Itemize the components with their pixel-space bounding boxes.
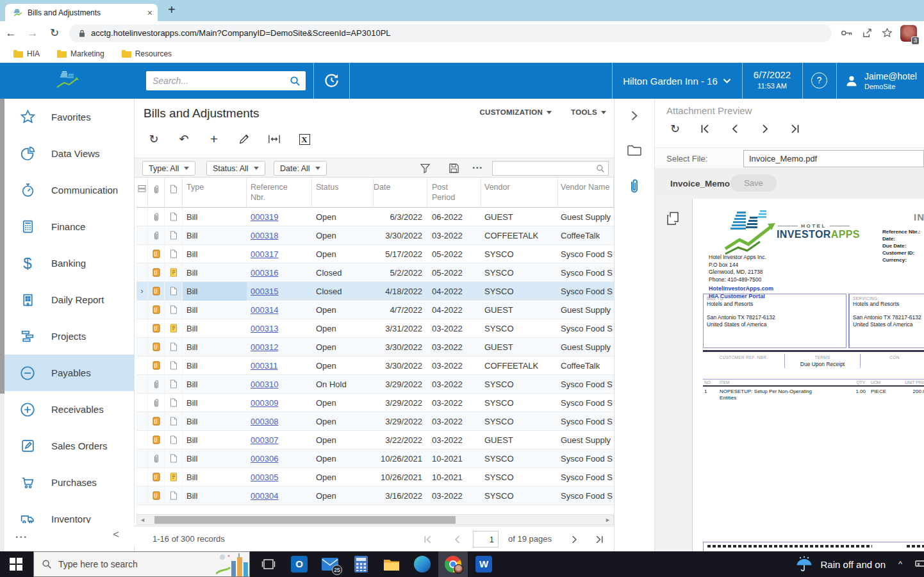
- tools-menu[interactable]: TOOLS: [571, 108, 606, 116]
- column-header-status[interactable]: Status: [312, 178, 374, 208]
- table-row[interactable]: Bill000305Open10/26/202110-2021SYSCOSysc…: [136, 468, 614, 487]
- sidebar-item-data-views[interactable]: Data Views: [0, 135, 134, 172]
- refresh-icon[interactable]: ↻: [147, 133, 160, 145]
- table-row[interactable]: Bill000319Open6/3/202206-2022GUESTGuest …: [136, 208, 614, 226]
- table-row[interactable]: Bill000314Open4/7/202204-2022GUESTGuest …: [136, 301, 614, 319]
- reference-link[interactable]: 000310: [251, 380, 278, 389]
- browser-tab[interactable]: Bills and Adjustments ×: [5, 4, 158, 21]
- reload-icon[interactable]: ↻: [44, 26, 65, 40]
- new-tab-button[interactable]: +: [168, 3, 176, 17]
- paperclip-icon[interactable]: [629, 178, 640, 194]
- funnel-icon[interactable]: [420, 163, 431, 174]
- outlook-icon[interactable]: O: [285, 551, 314, 577]
- prev-page-icon[interactable]: [452, 535, 462, 544]
- business-date-icon[interactable]: [323, 72, 340, 89]
- company-selector[interactable]: Hilton Garden Inn - 16: [612, 63, 742, 99]
- address-bar[interactable]: acctg.hotelinvestorapps.com/Main?Company…: [69, 24, 832, 42]
- search-icon[interactable]: [290, 76, 301, 87]
- sidebar-item-purchases[interactable]: Purchases: [0, 464, 134, 501]
- folder-icon[interactable]: [627, 144, 642, 156]
- reference-link[interactable]: 000318: [251, 231, 278, 240]
- share-icon[interactable]: [862, 28, 873, 38]
- grid-search-box[interactable]: [492, 161, 609, 176]
- lock-icon[interactable]: [78, 29, 86, 38]
- reference-link[interactable]: 000313: [251, 324, 278, 333]
- table-row[interactable]: Bill000311Open3/30/202203-2022COFFEETALK…: [136, 356, 614, 375]
- date-filter[interactable]: Date: All: [274, 161, 327, 176]
- table-row[interactable]: Bill000318Open3/30/202203-2022COFFEETALK…: [136, 226, 614, 245]
- table-row[interactable]: Bill000310On Hold3/29/202203-2022SYSCOSy…: [136, 375, 614, 394]
- reference-link[interactable]: 000311: [251, 361, 277, 371]
- scroll-right-icon[interactable]: ►: [605, 517, 611, 523]
- export-excel-icon[interactable]: X: [298, 134, 311, 145]
- table-row[interactable]: Bill000317Open5/17/202205-2022SYSCOSysco…: [136, 245, 614, 263]
- reference-link[interactable]: 000314: [251, 305, 278, 315]
- scrollbar-thumb[interactable]: [154, 516, 456, 524]
- star-icon[interactable]: [882, 28, 893, 38]
- copy-pages-icon[interactable]: [666, 212, 679, 226]
- system-tray[interactable]: [915, 559, 924, 568]
- column-header-rows-icon[interactable]: [136, 178, 148, 208]
- reference-link[interactable]: 000304: [251, 491, 278, 501]
- tab-close-icon[interactable]: ×: [147, 8, 153, 18]
- prev-icon[interactable]: [730, 124, 740, 134]
- type-filter[interactable]: Type: All: [142, 161, 195, 176]
- last-page-icon[interactable]: [595, 535, 604, 544]
- first-page-icon[interactable]: [423, 535, 433, 544]
- sidebar-item-favorites[interactable]: Favorites: [0, 99, 134, 135]
- word-icon[interactable]: W: [469, 551, 499, 577]
- chevron-right-icon[interactable]: [631, 110, 638, 121]
- grid-search-input[interactable]: [497, 164, 596, 173]
- next-icon[interactable]: [760, 124, 770, 134]
- table-row[interactable]: Bill000307Open3/22/202203-2022GUESTGuest…: [136, 431, 614, 449]
- reference-link[interactable]: 000305: [251, 472, 278, 482]
- column-header-post-period[interactable]: PostPeriod: [427, 178, 481, 208]
- bookmark-marketing[interactable]: Marketing: [56, 49, 104, 58]
- last-icon[interactable]: [790, 124, 800, 134]
- reference-link[interactable]: 000306: [251, 454, 278, 464]
- reference-link[interactable]: 000317: [251, 249, 278, 259]
- task-view-icon[interactable]: [254, 551, 283, 577]
- sidebar-item-finance[interactable]: Finance: [0, 208, 134, 245]
- customization-menu[interactable]: CUSTOMIZATION: [479, 108, 552, 116]
- table-row[interactable]: Bill000313Open3/31/202203-2022SYSCOSysco…: [136, 319, 614, 338]
- sidebar-item-receivables[interactable]: Receivables: [0, 391, 134, 428]
- sidebar-item-communication[interactable]: Communication: [0, 172, 134, 208]
- add-icon[interactable]: +: [208, 133, 220, 145]
- column-header-vendor[interactable]: Vendor: [481, 178, 558, 208]
- first-icon[interactable]: [700, 124, 710, 134]
- sidebar-more-button[interactable]: ...: [15, 529, 28, 540]
- next-page-icon[interactable]: [570, 535, 579, 544]
- reference-link[interactable]: 000319: [251, 212, 278, 222]
- table-row[interactable]: Bill000308Open3/29/202203-2022SYSCOSysco…: [136, 412, 614, 431]
- reference-link[interactable]: 000315: [251, 287, 278, 296]
- sidebar-item-daily-report[interactable]: Daily Report: [0, 281, 134, 318]
- sidebar-item-payables[interactable]: Payables: [0, 355, 134, 391]
- ellipsis-icon[interactable]: ...: [472, 160, 483, 171]
- page-number-input[interactable]: [473, 531, 499, 548]
- chrome-icon[interactable]: [438, 551, 468, 577]
- back-icon[interactable]: ←: [0, 27, 22, 40]
- column-header-date[interactable]: Date: [374, 178, 427, 208]
- save-view-icon[interactable]: [449, 163, 459, 174]
- sidebar-collapse-button[interactable]: <: [113, 528, 119, 541]
- column-header-vendor-name[interactable]: Vendor Name: [558, 178, 614, 208]
- reference-link[interactable]: 000312: [251, 342, 278, 352]
- file-explorer-icon[interactable]: [377, 551, 406, 577]
- search-icon[interactable]: [596, 164, 605, 173]
- column-header-paperclip-icon[interactable]: [148, 178, 165, 208]
- weather-widget[interactable]: Rain off and on: [795, 551, 886, 577]
- fit-width-icon[interactable]: [268, 134, 281, 144]
- tray-chevron-icon[interactable]: ^: [898, 559, 902, 569]
- column-header-type[interactable]: Type: [183, 178, 247, 208]
- sidebar-item-projects[interactable]: Projects: [0, 318, 134, 355]
- save-button[interactable]: Save: [730, 174, 777, 192]
- table-row[interactable]: Bill000309Open3/29/202203-2022SYSCOSysco…: [136, 394, 614, 412]
- table-row[interactable]: Bill000306Open10/26/202110-2021SYSCOSysc…: [136, 449, 614, 468]
- sidebar-item-banking[interactable]: $Banking: [0, 245, 134, 281]
- browser-profile-avatar[interactable]: 3: [900, 25, 917, 42]
- reference-link[interactable]: 000307: [251, 435, 278, 445]
- horizontal-scrollbar[interactable]: ◄ ►: [136, 514, 614, 525]
- table-row[interactable]: Bill000312Open3/30/202203-2022GUESTGuest…: [136, 338, 614, 356]
- scroll-left-icon[interactable]: ◄: [140, 517, 145, 523]
